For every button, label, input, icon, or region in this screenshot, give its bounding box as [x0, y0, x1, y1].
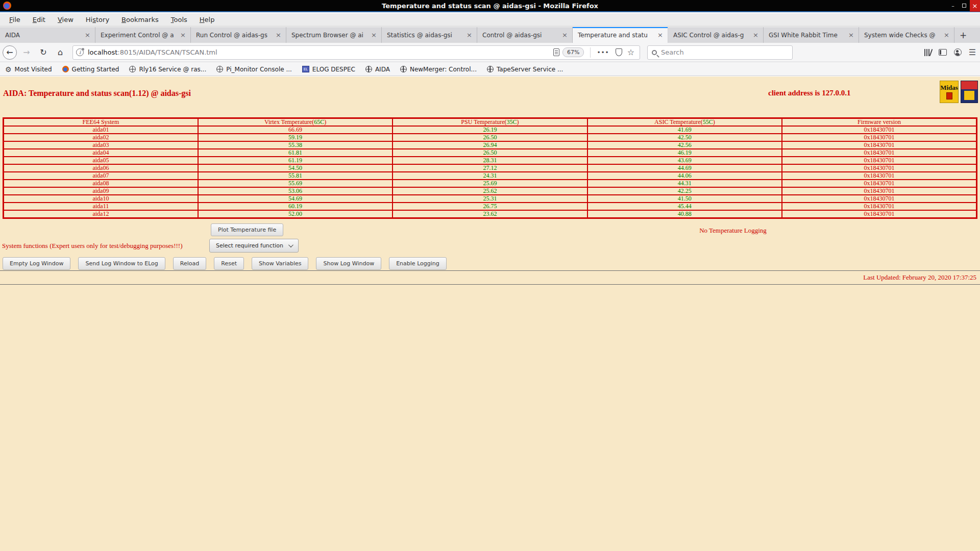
midas-logo[interactable]: Midas [940, 81, 959, 103]
tab-close-icon[interactable]: × [846, 31, 859, 39]
bookmark-item[interactable]: NewMerger: Control... [400, 66, 477, 73]
tab-aida[interactable]: AIDA× [0, 27, 95, 43]
show-log-window-button[interactable]: Show Log Window [316, 257, 381, 270]
menu-item-history[interactable]: History [81, 14, 114, 25]
virtex-temperature: 55.38 [198, 141, 393, 149]
bookmark-item[interactable]: TapeServer Service ... [487, 66, 563, 73]
virtex-temperature: 55.69 [198, 180, 393, 187]
fee64-name: aida07 [4, 172, 198, 180]
nustar-logo[interactable] [961, 81, 978, 103]
virtex-temperature: 66.69 [198, 126, 393, 134]
toolbar-right-icons: ☰ [924, 48, 976, 57]
tab-label: ASIC Control @ aidas-g [668, 32, 751, 39]
bookmark-item[interactable]: Pi_Monitor Console ... [216, 66, 292, 73]
tab-close-icon[interactable]: × [942, 31, 954, 39]
site-info-icon[interactable]: i [76, 48, 84, 56]
tab-close-icon[interactable]: × [560, 31, 572, 39]
tab-system-wide-checks-[interactable]: System wide Checks @× [859, 27, 954, 43]
forward-button[interactable]: → [19, 45, 34, 60]
tab-experiment-control-a[interactable]: Experiment Control @ a× [95, 27, 191, 43]
close-button[interactable]: × [970, 0, 980, 12]
library-icon[interactable] [924, 49, 932, 56]
search-input[interactable]: Search [647, 45, 793, 60]
psu-temperature: 26.75 [393, 203, 587, 210]
tab-bar: AIDA×Experiment Control @ a×Run Control … [0, 27, 980, 43]
bookmark-item[interactable]: AIDA [365, 66, 390, 73]
tab-asic-control-aidas-g[interactable]: ASIC Control @ aidas-g× [668, 27, 764, 43]
fee64-name: aida06 [4, 164, 198, 172]
tab-close-icon[interactable]: × [83, 31, 95, 39]
globe-icon [365, 66, 372, 72]
reload-button[interactable]: Reload [173, 257, 206, 270]
divider-bottom [0, 284, 980, 285]
bookmark-star-icon[interactable]: ☆ [627, 48, 634, 57]
tab-close-icon[interactable]: × [178, 31, 190, 39]
function-select-value: Select required function [216, 242, 283, 249]
tab-close-icon[interactable]: × [274, 31, 286, 39]
tab-control-aidas-gsi[interactable]: Control @ aidas-gsi× [477, 27, 573, 43]
enable-logging-button[interactable]: Enable Logging [389, 257, 447, 270]
search-placeholder: Search [661, 48, 684, 56]
virtex-temperature: 55.81 [198, 172, 393, 180]
tab-close-icon[interactable]: × [655, 31, 668, 39]
reset-button[interactable]: Reset [214, 257, 244, 270]
plot-temperature-file-button[interactable]: Plot Temperature file [211, 223, 283, 236]
tab-close-icon[interactable]: × [751, 31, 763, 39]
function-select-dropdown[interactable]: Select required function [209, 239, 299, 253]
firmware-version: 0x18430701 [782, 180, 976, 187]
menu-item-file[interactable]: File [4, 14, 26, 25]
tracking-protection-icon[interactable] [616, 48, 622, 56]
firmware-version: 0x18430701 [782, 172, 976, 180]
menu-item-help[interactable]: Help [194, 14, 220, 25]
menu-item-edit[interactable]: Edit [28, 14, 51, 25]
home-button[interactable]: ⌂ [53, 45, 67, 60]
bookmark-item[interactable]: Getting Started [62, 66, 119, 73]
new-tab-button[interactable]: + [954, 27, 972, 43]
asic-temperature: 44.69 [587, 164, 782, 172]
virtex-temperature: 54.69 [198, 195, 393, 203]
url-text[interactable]: localhost:8015/AIDA/TSCAN/TSCAN.tml [88, 48, 550, 56]
minimize-button[interactable]: – [947, 1, 959, 10]
client-address-text: client address is 127.0.0.1 [768, 89, 850, 97]
tab-label: Run Control @ aidas-gs [191, 32, 274, 39]
reader-mode-icon[interactable] [553, 48, 559, 56]
tab-close-icon[interactable]: × [464, 31, 477, 39]
tab-close-icon[interactable]: × [369, 31, 381, 39]
column-header: Virtex Temperature(65C) [198, 118, 393, 127]
maximize-button[interactable] [959, 1, 970, 10]
reload-button[interactable]: ↻ [36, 45, 51, 60]
menu-item-bookmarks[interactable]: Bookmarks [116, 14, 164, 25]
send-log-window-to-elog-button[interactable]: Send Log Window to ELog [78, 257, 165, 270]
midas-logo-mark [946, 92, 952, 99]
tab-spectrum-browser-ai[interactable]: Spectrum Browser @ ai× [286, 27, 382, 43]
tab-temperature-and-statu[interactable]: Temperature and statu× [573, 27, 668, 43]
bookmark-item[interactable]: Rly16 Service @ ras... [129, 66, 206, 73]
table-row: aida0166.6926.1941.690x18430701 [4, 126, 977, 134]
tab-gsi-white-rabbit-time[interactable]: GSI White Rabbit Time× [764, 27, 859, 43]
virtex-temperature: 61.81 [198, 149, 393, 157]
menu-hamburger-icon[interactable]: ☰ [969, 48, 976, 57]
back-button[interactable]: ← [3, 45, 17, 60]
psu-temperature: 25.31 [393, 195, 587, 203]
bookmark-item[interactable]: ELELOG DESPEC [302, 66, 355, 73]
fee64-name: aida10 [4, 195, 198, 203]
tab-label: AIDA [0, 32, 83, 39]
sidebar-icon[interactable] [939, 49, 947, 56]
menu-item-tools[interactable]: Tools [166, 14, 192, 25]
table-row: aida1054.6925.3141.500x18430701 [4, 195, 977, 203]
page-actions-icon[interactable]: ••• [597, 49, 609, 56]
fee64-name: aida03 [4, 141, 198, 149]
asic-temperature: 44.31 [587, 180, 782, 187]
table-row: aida0654.5027.1244.690x18430701 [4, 164, 977, 172]
zoom-level-indicator[interactable]: 67% [562, 47, 584, 57]
show-variables-button[interactable]: Show Variables [252, 257, 308, 270]
tab-run-control-aidas-gs[interactable]: Run Control @ aidas-gs× [191, 27, 286, 43]
bookmark-item[interactable]: ⚙Most Visited [5, 66, 52, 73]
asic-temperature: 42.25 [587, 187, 782, 195]
psu-temperature: 26.94 [393, 141, 587, 149]
empty-log-window-button[interactable]: Empty Log Window [3, 257, 70, 270]
tab-statistics-aidas-gsi[interactable]: Statistics @ aidas-gsi× [382, 27, 477, 43]
account-icon[interactable] [954, 48, 962, 56]
menu-item-view[interactable]: View [53, 14, 79, 25]
url-bar[interactable]: i localhost:8015/AIDA/TSCAN/TSCAN.tml 67… [72, 45, 640, 60]
